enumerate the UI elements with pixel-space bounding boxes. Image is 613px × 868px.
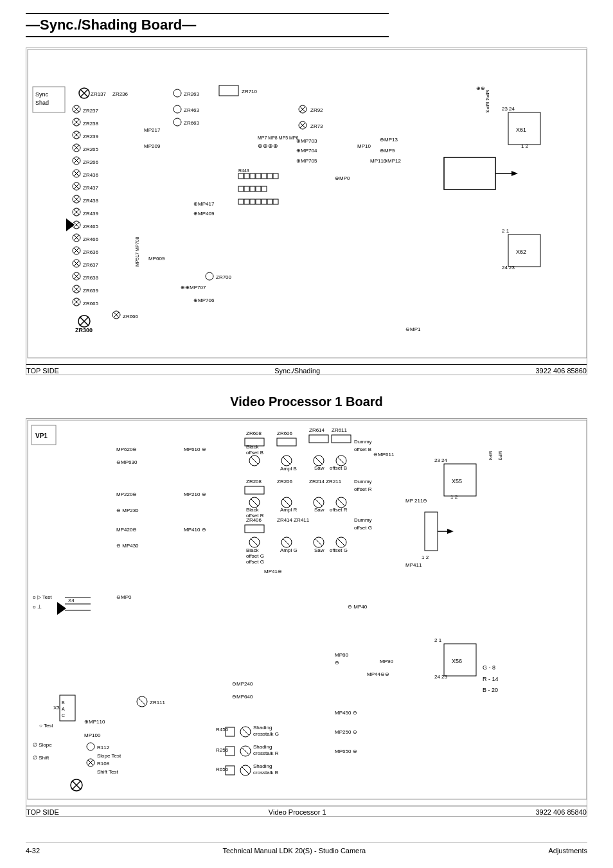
svg-text:Black: Black bbox=[246, 507, 260, 513]
svg-text:ZR236: ZR236 bbox=[112, 91, 129, 97]
svg-text:Black: Black bbox=[246, 444, 260, 450]
svg-text:Sync: Sync bbox=[35, 91, 49, 98]
svg-text:VP1: VP1 bbox=[35, 432, 48, 439]
svg-text:MP220⊖: MP220⊖ bbox=[116, 492, 137, 497]
svg-rect-142 bbox=[250, 199, 255, 204]
svg-text:⊕MP703: ⊕MP703 bbox=[296, 138, 317, 144]
svg-rect-224 bbox=[245, 525, 264, 533]
svg-text:ZR614: ZR614 bbox=[309, 427, 325, 433]
svg-text:ZR700: ZR700 bbox=[216, 274, 232, 280]
footer-page-number: 4-32 bbox=[26, 847, 40, 855]
svg-text:Saw: Saw bbox=[314, 465, 324, 471]
svg-marker-149 bbox=[66, 218, 75, 231]
svg-rect-89 bbox=[219, 85, 238, 96]
vp1-footer-center: Video Processor 1 bbox=[269, 808, 326, 816]
svg-text:X55: X55 bbox=[452, 478, 462, 484]
svg-rect-133 bbox=[273, 173, 278, 179]
svg-text:Shad: Shad bbox=[35, 100, 49, 106]
sync-footer-left: TOP SIDE bbox=[26, 367, 59, 375]
svg-text:⊖MP630: ⊖MP630 bbox=[116, 459, 138, 465]
sync-shading-title: —Sync./Shading Board— bbox=[26, 13, 389, 37]
svg-rect-0 bbox=[28, 49, 587, 358]
svg-text:ZR237: ZR237 bbox=[83, 108, 99, 114]
svg-text:MP210 ⊖: MP210 ⊖ bbox=[184, 492, 206, 497]
svg-line-279 bbox=[242, 728, 249, 736]
svg-text:offset G: offset G bbox=[246, 553, 264, 559]
svg-rect-153 bbox=[28, 420, 587, 799]
svg-text:Dummy: Dummy bbox=[354, 517, 372, 523]
svg-text:⊕MP706: ⊕MP706 bbox=[193, 297, 215, 303]
svg-text:ZR611: ZR611 bbox=[332, 427, 348, 433]
svg-text:Shift Test: Shift Test bbox=[97, 769, 119, 775]
svg-text:ZR636: ZR636 bbox=[83, 249, 99, 255]
svg-rect-146 bbox=[273, 199, 278, 204]
svg-rect-187 bbox=[309, 435, 328, 443]
svg-text:⊕MP12: ⊕MP12 bbox=[383, 158, 401, 164]
svg-text:⊕MP417: ⊕MP417 bbox=[193, 201, 215, 207]
svg-text:MP450 ⊖: MP450 ⊖ bbox=[335, 710, 357, 716]
svg-text:ZR73: ZR73 bbox=[310, 123, 323, 129]
vp1-footer-right: 3922 406 85840 bbox=[535, 808, 587, 816]
svg-text:MP609: MP609 bbox=[148, 256, 165, 261]
svg-text:R256: R256 bbox=[216, 747, 229, 753]
vp1-section: Video Processor 1 Board VP1 o ▷ Test o ⊥… bbox=[26, 394, 587, 817]
svg-text:⊖MP640: ⊖MP640 bbox=[232, 694, 253, 700]
svg-point-115 bbox=[206, 272, 213, 280]
svg-text:ZR710: ZR710 bbox=[242, 89, 258, 94]
svg-text:R656: R656 bbox=[216, 766, 229, 772]
svg-text:ZR300: ZR300 bbox=[75, 327, 93, 333]
svg-text:ZR206: ZR206 bbox=[277, 479, 293, 484]
svg-text:23  24: 23 24 bbox=[502, 106, 515, 112]
svg-text:Ampl R: Ampl R bbox=[280, 507, 297, 513]
svg-point-85 bbox=[173, 118, 181, 126]
svg-text:23  24: 23 24 bbox=[434, 457, 448, 463]
svg-text:⊕⊕: ⊕⊕ bbox=[476, 85, 485, 91]
svg-text:○ Test: ○ Test bbox=[39, 723, 53, 729]
svg-text:MP90: MP90 bbox=[380, 659, 393, 664]
svg-text:⊕MP13: ⊕MP13 bbox=[380, 137, 398, 143]
svg-text:⊕MP705: ⊕MP705 bbox=[296, 158, 317, 164]
svg-text:ZR214 ZR211: ZR214 ZR211 bbox=[309, 479, 342, 484]
svg-text:R443: R443 bbox=[238, 168, 249, 173]
svg-line-237 bbox=[337, 538, 345, 546]
svg-text:ZR639: ZR639 bbox=[83, 288, 99, 294]
svg-text:⊕MP409: ⊕MP409 bbox=[193, 211, 215, 217]
svg-text:Shading: Shading bbox=[253, 744, 272, 750]
svg-text:1    2: 1 2 bbox=[521, 143, 529, 149]
svg-rect-140 bbox=[238, 199, 244, 204]
svg-rect-137 bbox=[250, 186, 255, 191]
svg-text:MP620⊖: MP620⊖ bbox=[116, 447, 137, 452]
svg-text:Saw: Saw bbox=[314, 507, 324, 513]
svg-text:ZR665: ZR665 bbox=[83, 301, 99, 306]
svg-rect-130 bbox=[256, 173, 261, 179]
svg-text:ZR439: ZR439 bbox=[83, 211, 99, 217]
svg-text:ZR606: ZR606 bbox=[277, 430, 293, 436]
svg-text:MP41⊖: MP41⊖ bbox=[264, 569, 282, 574]
svg-text:offset G: offset G bbox=[330, 547, 348, 553]
svg-rect-127 bbox=[238, 173, 244, 179]
svg-text:crosstalk B: crosstalk B bbox=[253, 770, 278, 775]
svg-text:Saw: Saw bbox=[314, 547, 324, 553]
svg-text:ZR137: ZR137 bbox=[91, 91, 107, 97]
svg-text:Shading: Shading bbox=[253, 725, 272, 731]
svg-line-181 bbox=[251, 457, 258, 465]
svg-rect-204 bbox=[245, 486, 264, 494]
vp1-svg: VP1 o ▷ Test o ⊥ X4 B A C X3 ○ Test ∅ Sl… bbox=[26, 419, 587, 804]
svg-line-216 bbox=[315, 499, 323, 506]
svg-rect-132 bbox=[267, 173, 272, 179]
svg-rect-144 bbox=[262, 199, 267, 204]
svg-line-194 bbox=[315, 457, 323, 465]
svg-text:ZR437: ZR437 bbox=[83, 185, 99, 191]
svg-text:offset R: offset R bbox=[330, 507, 348, 513]
svg-text:1   2: 1 2 bbox=[422, 554, 429, 560]
sync-shading-section: —Sync./Shading Board— Sync Shad ZR137 ZR… bbox=[26, 13, 587, 375]
svg-line-197 bbox=[337, 457, 345, 465]
svg-text:MP650 ⊖: MP650 ⊖ bbox=[335, 748, 357, 754]
svg-text:MP517 MP708: MP517 MP708 bbox=[135, 237, 139, 267]
svg-text:⊕⊕⊕⊕: ⊕⊕⊕⊕ bbox=[258, 143, 278, 149]
svg-text:MP10: MP10 bbox=[357, 143, 371, 149]
svg-rect-135 bbox=[238, 186, 244, 191]
svg-text:⊖: ⊖ bbox=[335, 660, 339, 666]
svg-line-218 bbox=[337, 499, 345, 506]
svg-line-285 bbox=[242, 747, 249, 755]
